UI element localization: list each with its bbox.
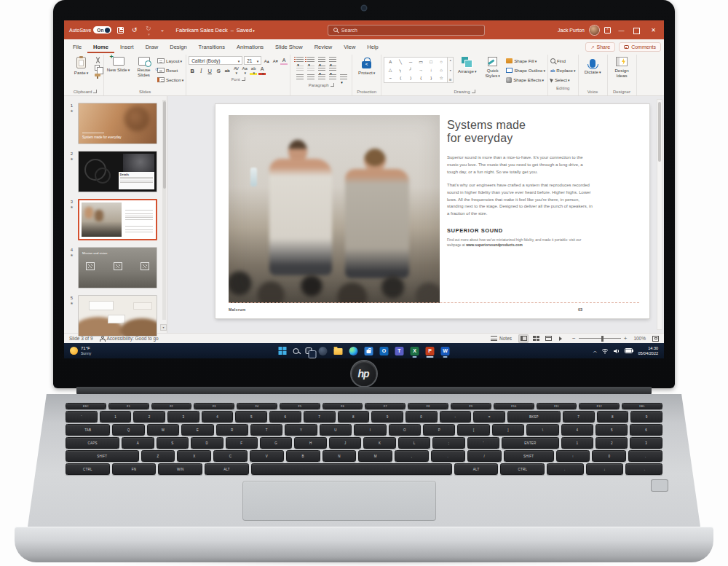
zoom-slider[interactable]	[579, 338, 621, 339]
ribbon-tab-review[interactable]: Review	[309, 42, 339, 53]
powerpoint-icon[interactable]	[426, 343, 435, 358]
bullets-button[interactable]	[296, 56, 304, 63]
ribbon-tab-help[interactable]: Help	[361, 42, 384, 53]
shape-glyph-icon[interactable]: )	[410, 76, 411, 80]
ribbon-tab-file[interactable]: File	[67, 42, 87, 53]
underline-button[interactable]	[206, 66, 213, 75]
ribbon-tab-home[interactable]: Home	[87, 42, 114, 53]
normal-view-button[interactable]	[518, 334, 529, 343]
weather-widget[interactable]: 71°F Sunny	[70, 346, 91, 355]
shape-glyph-icon[interactable]: →	[419, 68, 423, 72]
zoom-in-button[interactable]: +	[624, 335, 628, 342]
clear-formatting-button[interactable]	[280, 56, 288, 65]
decrease-list-level-button[interactable]	[296, 65, 304, 72]
search-input[interactable]: Search	[328, 25, 485, 36]
ribbon-tab-animations[interactable]: Animations	[231, 42, 269, 53]
shapes-gallery[interactable]: A╲─▭□○△╮╯→↓⌂~(){}☆ ▴▾☰	[384, 57, 454, 83]
canvas-scrollbar[interactable]	[657, 99, 662, 330]
format-painter-icon[interactable]	[95, 72, 100, 78]
chat-icon[interactable]	[319, 343, 328, 358]
excel-icon[interactable]	[411, 343, 419, 358]
select-button[interactable]: Select	[550, 76, 576, 84]
task-view-icon[interactable]	[306, 343, 312, 358]
taskbar-clock[interactable]: 14:30 05/04/2022	[638, 346, 658, 356]
design-ideas-button[interactable]: Design Ideas	[610, 55, 634, 78]
minimize-button[interactable]: —	[616, 24, 627, 36]
volume-icon[interactable]	[613, 348, 620, 354]
share-button[interactable]: Share	[585, 42, 615, 52]
start-button[interactable]	[279, 343, 287, 358]
slide-subheading[interactable]: SUPERIOR SOUND	[447, 227, 593, 234]
ribbon-display-options-icon[interactable]: ⌃	[604, 27, 611, 34]
strikethrough-button[interactable]	[215, 66, 222, 75]
user-name[interactable]: Jack Purton	[558, 28, 585, 33]
autosave-pill[interactable]: On	[93, 26, 111, 34]
current-slide[interactable]: Systems made for everyday Superior sound…	[215, 104, 649, 318]
shape-glyph-icon[interactable]: ~	[389, 76, 392, 80]
text-direction-button[interactable]	[329, 65, 337, 72]
shape-glyph-icon[interactable]: ☆	[439, 76, 443, 80]
panel-scrollbar[interactable]	[162, 100, 166, 320]
shape-glyph-icon[interactable]: ○	[440, 60, 443, 64]
shape-glyph-icon[interactable]: △	[389, 68, 392, 72]
shape-outline-button[interactable]: Shape Outline	[506, 66, 545, 74]
convert-smartart-button[interactable]	[340, 74, 348, 81]
comments-button[interactable]: Comments	[619, 42, 661, 52]
font-family-select[interactable]: Calibri (Body)	[189, 56, 242, 65]
slide-thumbnail-2[interactable]: Details	[78, 151, 157, 192]
outlook-icon[interactable]	[380, 343, 389, 358]
shape-glyph-icon[interactable]: □	[430, 60, 432, 64]
italic-button[interactable]	[197, 66, 205, 75]
shape-glyph-icon[interactable]: ⌂	[440, 68, 443, 72]
justify-button[interactable]	[329, 74, 337, 81]
increase-font-button[interactable]	[263, 56, 270, 65]
ribbon-tab-design[interactable]: Design	[164, 42, 192, 53]
shape-glyph-icon[interactable]: (	[400, 76, 401, 80]
align-center-button[interactable]	[307, 74, 315, 81]
shape-glyph-icon[interactable]: ╮	[399, 68, 402, 72]
shapes-gallery-scroll[interactable]: ▴▾☰	[448, 57, 454, 83]
wifi-icon[interactable]	[601, 348, 609, 354]
slide-thumbnail-5[interactable]	[78, 295, 157, 337]
paste-button[interactable]: Paste	[69, 55, 93, 76]
shape-glyph-icon[interactable]: {	[420, 76, 422, 80]
ribbon-tab-view[interactable]: View	[338, 42, 361, 53]
document-title[interactable]: Fabrikam Sales Deck Saved	[175, 27, 254, 34]
battery-icon[interactable]	[625, 348, 633, 353]
slide-thumbnail-1[interactable]: System made for everyday	[78, 103, 157, 144]
autosave-toggle[interactable]: AutoSave On	[69, 26, 111, 34]
font-size-select[interactable]: 21	[244, 56, 261, 65]
slide-thumbnail-4[interactable]: Mission and vision	[78, 247, 157, 288]
store-icon[interactable]	[365, 343, 373, 358]
cut-icon[interactable]	[95, 57, 101, 63]
reset-button[interactable]: Reset	[157, 66, 183, 74]
redo-button[interactable]: ↻	[143, 25, 153, 35]
shape-effects-button[interactable]: Shape Effects	[506, 76, 545, 84]
undo-button[interactable]: ↺	[130, 25, 139, 35]
new-slide-button[interactable]: New Slide	[106, 55, 130, 73]
dictate-button[interactable]: Dictate	[581, 55, 605, 75]
find-button[interactable]: Find	[550, 57, 576, 65]
canvas-scrollbar-thumb[interactable]	[658, 102, 661, 162]
shape-glyph-icon[interactable]: ─	[409, 60, 412, 64]
increase-list-level-button[interactable]	[307, 65, 315, 72]
align-left-button[interactable]	[296, 74, 304, 81]
bold-button[interactable]	[189, 66, 196, 75]
protect-button[interactable]: Protect	[355, 55, 379, 76]
close-button[interactable]: ✕	[648, 24, 659, 36]
save-button[interactable]	[116, 25, 125, 35]
file-explorer-icon[interactable]	[334, 343, 343, 358]
section-button[interactable]: Section	[157, 76, 183, 84]
copy-icon[interactable]	[95, 65, 100, 71]
indent-button[interactable]	[318, 56, 326, 63]
edge-icon[interactable]	[349, 343, 358, 358]
dialog-launcher-icon[interactable]	[331, 83, 334, 87]
change-case-button[interactable]	[241, 66, 248, 75]
reuse-slides-button[interactable]: Reuse Slides	[132, 55, 156, 77]
slide-title[interactable]: Systems made for everyday	[447, 119, 593, 145]
layout-button[interactable]: Layout	[157, 57, 183, 65]
teams-icon[interactable]	[395, 343, 404, 358]
replace-button[interactable]: Replace	[550, 66, 576, 74]
align-right-button[interactable]	[318, 74, 326, 81]
shape-glyph-icon[interactable]: ↓	[430, 68, 432, 72]
